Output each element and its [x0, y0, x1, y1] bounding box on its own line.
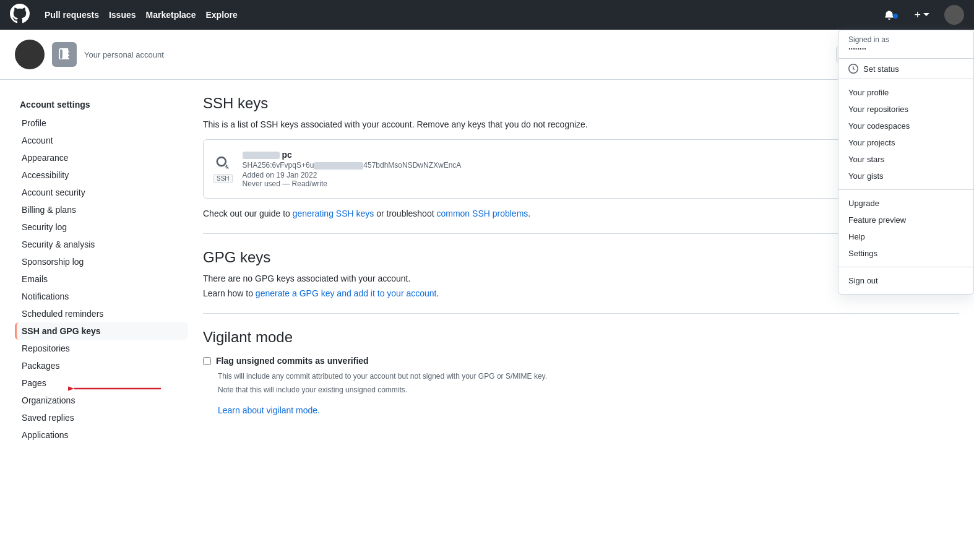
nav-marketplace[interactable]: Marketplace — [146, 10, 196, 20]
sidebar-item-ssh-gpg-keys[interactable]: SSH and GPG keys — [15, 322, 188, 340]
nav-issues[interactable]: Issues — [109, 10, 136, 20]
upgrade-item[interactable]: Upgrade — [838, 195, 973, 212]
ssh-key-fingerprint: SHA256:6vFvpqS+6u457bdhMsoNSDwNZXwEncA — [243, 161, 893, 170]
vigilant-mode-section: Vigilant mode Flag unsigned commits as u… — [203, 329, 959, 415]
signed-in-label: Signed in as — [848, 35, 963, 44]
signed-in-section: Signed in as ········ — [838, 30, 973, 59]
plus-label: + — [914, 9, 921, 22]
your-codespaces-item[interactable]: Your codespaces — [838, 118, 973, 134]
set-status-label: Set status — [863, 64, 899, 74]
profile-header-left: Your personal account — [15, 40, 164, 69]
signed-in-username: ········ — [848, 44, 963, 53]
ssh-key-usage: Never used — Read/write — [243, 179, 893, 188]
sidebar-item-account[interactable]: Account — [15, 132, 188, 149]
section-divider-vigilant — [203, 313, 959, 314]
gpg-section-title: GPG keys — [203, 249, 270, 266]
sidebar-item-scheduled-reminders[interactable]: Scheduled reminders — [15, 305, 188, 322]
sidebar-item-account-security[interactable]: Account security — [15, 184, 188, 201]
topnav: Pull requests Issues Marketplace Explore… — [0, 0, 974, 30]
vigilant-desc-line2: Note that this will include your existin… — [218, 384, 959, 395]
ssh-key-name: pc — [243, 150, 893, 160]
ssh-type-label: SSH — [213, 174, 233, 183]
sign-out-item[interactable]: Sign out — [838, 272, 973, 289]
personal-account-label: Your personal account — [84, 50, 164, 59]
your-profile-item[interactable]: Your profile — [838, 84, 973, 101]
sidebar-item-accessibility[interactable]: Accessibility — [15, 166, 188, 184]
profile-links-section: Your profile Your repositories Your code… — [838, 79, 973, 190]
sidebar-item-packages[interactable]: Packages — [15, 357, 188, 374]
your-projects-item[interactable]: Your projects — [838, 134, 973, 151]
sidebar-item-security-log[interactable]: Security log — [15, 218, 188, 236]
sidebar-item-profile[interactable]: Profile — [15, 114, 188, 132]
name-suffix: pc — [282, 150, 291, 160]
your-stars-item[interactable]: Your stars — [838, 151, 973, 168]
generating-ssh-keys-link[interactable]: generating SSH keys — [293, 209, 374, 218]
your-repositories-item[interactable]: Your repositories — [838, 101, 973, 118]
ssh-key-icon-wrap: SSH — [213, 155, 233, 183]
sidebar-item-repositories[interactable]: Repositories — [15, 340, 188, 357]
common-ssh-problems-link[interactable]: common SSH problems — [436, 209, 528, 218]
sidebar-item-applications[interactable]: Applications — [15, 426, 188, 444]
vigilant-desc-line1: This will include any commit attributed … — [218, 371, 959, 382]
personal-account-icon — [52, 42, 77, 67]
generate-gpg-key-link[interactable]: generate a GPG key and add it to your ac… — [256, 288, 437, 298]
your-gists-item[interactable]: Your gists — [838, 168, 973, 184]
learn-vigilant-mode-link[interactable]: Learn about vigilant mode. — [218, 405, 320, 415]
user-dropdown-menu: Signed in as ········ Set status Your pr… — [838, 30, 974, 295]
notifications-bell[interactable] — [879, 7, 899, 22]
ssh-footer-post: . — [528, 209, 530, 218]
sidebar-item-notifications[interactable]: Notifications — [15, 288, 188, 305]
upgrade-links-section: Upgrade Feature preview Help Settings — [838, 190, 973, 267]
personal-account-avatar — [15, 40, 45, 69]
content-area: Account settings Profile Account Appeara… — [0, 80, 974, 444]
gpg-learn-pre: Learn how to — [203, 288, 256, 298]
sidebar-item-appearance[interactable]: Appearance — [15, 149, 188, 166]
ssh-key-added: Added on 19 Jan 2022 — [243, 171, 893, 179]
sidebar-item-sponsorship-log[interactable]: Sponsorship log — [15, 253, 188, 270]
name-redacted — [243, 152, 280, 159]
flag-unsigned-checkbox-row: Flag unsigned commits as unverified — [203, 356, 959, 366]
vigilant-mode-title: Vigilant mode — [203, 329, 959, 346]
flag-unsigned-label[interactable]: Flag unsigned commits as unverified — [216, 356, 369, 366]
ssh-section-title: SSH keys — [203, 95, 268, 112]
sidebar-section-title: Account settings — [15, 95, 188, 114]
help-item[interactable]: Help — [838, 228, 973, 245]
flag-unsigned-checkbox[interactable] — [203, 357, 211, 365]
github-logo-icon — [10, 4, 30, 27]
set-status-item[interactable]: Set status — [838, 59, 973, 79]
fingerprint-prefix: SHA256:6vFvpqS+6u — [243, 161, 314, 170]
plus-button[interactable]: + — [909, 6, 934, 24]
ssh-key-info: pc SHA256:6vFvpqS+6u457bdhMsoNSDwNZXwEnc… — [243, 150, 893, 188]
settings-item[interactable]: Settings — [838, 245, 973, 262]
sidebar-item-billing[interactable]: Billing & plans — [15, 201, 188, 218]
key-icon — [214, 155, 231, 173]
sidebar-item-pages[interactable]: Pages — [15, 374, 188, 392]
fingerprint-redacted — [314, 162, 363, 170]
sidebar-item-saved-replies[interactable]: Saved replies — [15, 409, 188, 426]
signout-section: Sign out — [838, 267, 973, 294]
sidebar: Account settings Profile Account Appeara… — [15, 95, 188, 444]
fingerprint-suffix: 457bdhMsoNSDwNZXwEncA — [363, 161, 461, 170]
nav-explore[interactable]: Explore — [205, 10, 237, 20]
gpg-learn-post: . — [436, 288, 439, 298]
sidebar-item-security-analysis[interactable]: Security & analysis — [15, 236, 188, 253]
ssh-footer-mid: or troubleshoot — [374, 209, 436, 218]
user-avatar[interactable] — [944, 5, 964, 25]
sidebar-item-organizations[interactable]: Organizations — [15, 392, 188, 409]
ssh-footer-pre: Check out our guide to — [203, 209, 293, 218]
sidebar-item-emails[interactable]: Emails — [15, 270, 188, 288]
nav-pull-requests[interactable]: Pull requests — [45, 10, 99, 20]
feature-preview-item[interactable]: Feature preview — [838, 212, 973, 228]
profile-header-row: Your personal account Go to your persona… — [0, 30, 974, 80]
